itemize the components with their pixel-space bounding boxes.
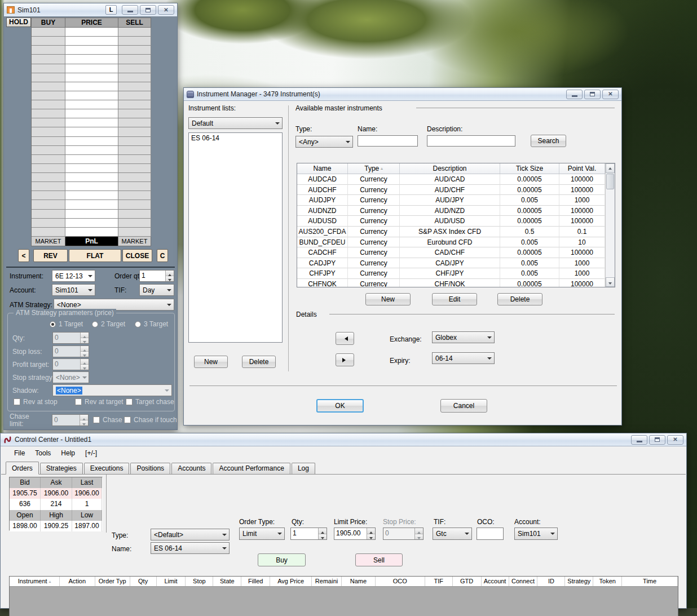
spin-up-icon[interactable] [319,528,327,534]
pnl-display[interactable]: PnL [65,237,118,246]
ladder-buy-cell[interactable] [32,155,65,164]
instrument-row[interactable]: AUS200_CFDA Currency S&P ASX Index CFD 0… [297,227,615,237]
ladder-price-cell[interactable] [65,137,118,146]
account-select[interactable]: Sim101 [514,528,558,540]
scroll-down-icon[interactable] [606,277,615,287]
orders-column-header[interactable]: OCO [376,577,425,586]
link-button[interactable]: L [105,5,117,15]
ladder-sell-cell[interactable] [118,228,151,237]
ladder-price-cell[interactable] [65,182,118,191]
chase-checkbox[interactable]: Chase [93,416,122,424]
instrument-row[interactable]: CADJPY Currency CAD/JPY 0.005 1000 [297,258,615,269]
expiry-select[interactable]: 06-14 [432,352,495,364]
ok-button[interactable]: OK [316,399,364,413]
ladder-price-cell[interactable] [65,73,118,82]
orders-column-header[interactable]: Order Typ [95,577,130,586]
flatten-button[interactable]: FLAT [69,249,121,262]
ladder-price-cell[interactable] [65,82,118,91]
close-position-button[interactable]: CLOSE [122,249,152,262]
name-column-header[interactable]: Name [297,163,348,174]
menu-item[interactable]: [+/-] [80,447,102,459]
ladder-sell-cell[interactable] [118,137,151,146]
instrument-listbox[interactable]: ES 06-14 [188,132,283,343]
ladder-sell-cell[interactable] [118,64,151,73]
search-button[interactable]: Search [531,135,566,147]
description-filter-input[interactable] [427,135,515,147]
instrument-row[interactable]: AUDNZD Currency AUD/NZD 0.00005 100000 [297,206,615,216]
ladder-buy-cell[interactable] [32,228,65,237]
ladder-sell-cell[interactable] [118,191,151,200]
list-new-button[interactable]: New [194,356,228,368]
next-contract-button[interactable] [336,353,354,366]
ladder-price-cell[interactable] [65,228,118,237]
ladder-sell-cell[interactable] [118,127,151,136]
ladder-price-cell[interactable] [65,200,118,209]
sell-button[interactable]: Sell [355,553,403,566]
ladder-buy-cell[interactable] [32,109,65,118]
spin-down-icon[interactable] [367,534,375,540]
ladder-price-cell[interactable] [65,46,118,55]
tick-size-column-header[interactable]: Tick Size [500,163,559,174]
orders-column-header[interactable]: Instrument [10,577,60,586]
tab[interactable]: Orders [6,462,39,475]
ladder-buy-cell[interactable] [32,73,65,82]
target-radio-option[interactable]: 3 Target [135,320,168,328]
cancel-button[interactable]: Cancel [440,399,487,413]
instrument-row[interactable]: AUDUSD Currency AUD/USD 0.00005 100000 [297,216,615,227]
ladder-price-cell[interactable] [65,219,118,228]
ladder-sell-cell[interactable] [118,37,151,46]
menu-item[interactable]: Help [56,447,80,459]
reverse-button[interactable]: REV [33,249,68,262]
contract-name-select[interactable]: ES 06-14 [151,542,230,554]
oco-input[interactable] [477,528,504,540]
ladder-price-cell[interactable] [65,155,118,164]
hold-button[interactable]: HOLD [6,17,31,27]
previous-contract-button[interactable] [336,332,354,345]
instrument-row[interactable]: CHFNOK Currency CHF/NOK 0.00005 100000 [297,279,615,287]
orders-column-header[interactable]: ID [537,577,565,586]
ladder-buy-cell[interactable] [32,219,65,228]
orders-column-header[interactable]: GTD [453,577,482,586]
type-filter-select[interactable]: <Any> [295,136,353,148]
atm-type-select[interactable]: <Default> [151,529,230,540]
orders-column-header[interactable]: Token [593,577,622,586]
tab[interactable]: Executions [84,463,130,474]
ladder-sell-cell[interactable] [118,109,151,118]
orders-column-header[interactable]: Qty [130,577,157,586]
tif-select[interactable]: Gtc [433,528,472,540]
ladder-sell-cell[interactable] [118,155,151,164]
tab[interactable]: Positions [130,463,170,474]
instrument-row[interactable]: AUDJPY Currency AUD/JPY 0.005 1000 [297,195,615,206]
instrument-row[interactable]: CADCHF Currency CAD/CHF 0.00005 100000 [297,247,615,258]
ladder-buy-cell[interactable] [32,146,65,155]
exchange-select[interactable]: Globex [432,331,495,343]
ladder-buy-cell[interactable] [32,210,65,219]
shadow-select[interactable]: <None> [52,384,172,396]
orders-column-header[interactable]: Time [622,577,678,586]
maximize-button[interactable] [584,90,601,99]
tab[interactable]: Log [292,463,315,474]
ladder-buy-cell[interactable] [32,28,65,37]
delete-instrument-button[interactable]: Delete [497,293,542,305]
tab[interactable]: Account Performance [213,463,290,474]
orders-column-header[interactable]: Connect [509,577,538,586]
buy-button[interactable]: Buy [258,553,306,566]
tab[interactable]: Accounts [171,463,211,474]
account-select[interactable]: Sim101 [52,284,95,296]
instrument-list-select[interactable]: Default [188,117,283,129]
orders-column-header[interactable]: Remaini [312,577,342,586]
ladder-sell-cell[interactable] [118,164,151,173]
orders-column-header[interactable]: Action [60,577,95,586]
orders-column-header[interactable]: Stop [186,577,213,586]
chase-checkbox[interactable]: Chase if touch [124,416,177,424]
spin-up-icon[interactable] [166,271,174,276]
qty-stepper[interactable]: 1 [290,528,327,540]
orders-column-header[interactable]: State [213,577,241,586]
ladder-buy-cell[interactable] [32,82,65,91]
ladder-sell-cell[interactable] [118,173,151,182]
limit-price-stepper[interactable]: 1905.00 [334,528,376,540]
point-val-column-header[interactable]: Point Val. [559,163,605,174]
order-type-select[interactable]: Limit [239,528,285,540]
vertical-scrollbar[interactable] [605,163,615,287]
edit-instrument-button[interactable]: Edit [432,293,477,305]
